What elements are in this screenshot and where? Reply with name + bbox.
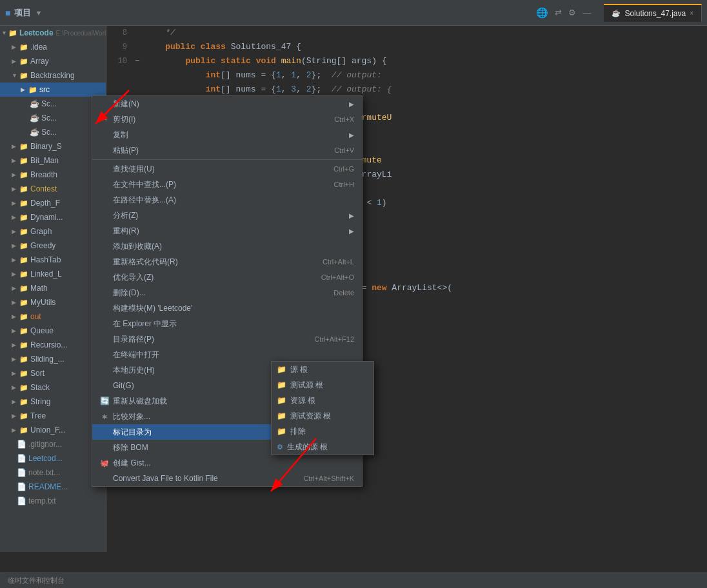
- expand-arrow: ▶: [12, 285, 18, 291]
- expand-arrow: ▶: [12, 157, 18, 164]
- expand-arrow: ▶: [12, 143, 18, 150]
- code-line: 9 public class Solutions_47 {: [106, 40, 707, 54]
- sidebar-item-out[interactable]: ▶ 📁 out: [0, 309, 106, 324]
- sidebar-item-binary-s[interactable]: ▶ 📁 Binary_S: [0, 139, 106, 153]
- sidebar-item-hashtab[interactable]: ▶ 📁 HashTab: [0, 253, 106, 267]
- expand-arrow: ▶: [12, 427, 18, 433]
- tab-close-btn[interactable]: ×: [690, 10, 693, 17]
- sidebar-item-sc3[interactable]: ☕ Sc...: [0, 125, 106, 139]
- sidebar-item-src[interactable]: ▶ 📁 src: [0, 83, 106, 97]
- menu-item-cut[interactable]: ✂ 剪切(I) Ctrl+X: [92, 112, 362, 127]
- sidebar-item-bit-man[interactable]: ▶ 📁 Bit_Man: [0, 153, 106, 168]
- folder-icon: 📁: [19, 299, 28, 307]
- sidebar-item-depth-f[interactable]: ▶ 📁 Depth_F: [0, 196, 106, 210]
- sidebar-item-gitignore[interactable]: 📄 .gitignor...: [0, 437, 106, 451]
- folder-test-resource-icon: 📁: [277, 411, 286, 420]
- sidebar-item-string[interactable]: ▶ 📁 String: [0, 395, 106, 409]
- menu-item-show-explorer[interactable]: 在 Explorer 中显示: [92, 316, 362, 331]
- expand-arrow: ▶: [12, 356, 18, 362]
- expand-arrow: ▶: [12, 342, 18, 348]
- sidebar-item-queue[interactable]: ▶ 📁 Queue: [0, 324, 106, 338]
- sidebar-item-readme[interactable]: 📄 README...: [0, 480, 106, 494]
- sidebar: ▼ 📁 Leetcode E:\ProcedualWorld\idea\Leet…: [0, 26, 106, 552]
- menu-item-optimize-imports[interactable]: 优化导入(Z) Ctrl+Alt+O: [92, 270, 362, 285]
- sidebar-item-linked-l[interactable]: ▶ 📁 Linked_L: [0, 267, 106, 281]
- sidebar-item-dynamic[interactable]: ▶ 📁 Dynami...: [0, 210, 106, 224]
- sidebar-item-union-f[interactable]: ▶ 📁 Union_F...: [0, 423, 106, 437]
- submenu-item-test-source-root[interactable]: 📁 测试源 根: [272, 377, 373, 393]
- menu-item-add-to-fav[interactable]: 添加到收藏(A): [92, 239, 362, 254]
- sidebar-item-array[interactable]: ▶ 📁 Array: [0, 54, 106, 68]
- minus-icon[interactable]: —: [583, 8, 591, 17]
- folder-icon: 📁: [19, 256, 28, 264]
- sidebar-item-myutils[interactable]: ▶ 📁 MyUtils: [0, 295, 106, 309]
- sidebar-item-leetcode[interactable]: ▼ 📁 Leetcode E:\ProcedualWorld\idea\Leet…: [0, 26, 106, 40]
- status-bar: 临时文件和控制台: [0, 573, 707, 588]
- menu-item-reformat[interactable]: 重新格式化代码(R) Ctrl+Alt+L: [92, 254, 362, 270]
- menu-item-create-gist[interactable]: 🐙 创建 Gist...: [92, 455, 362, 471]
- folder-icon: 📁: [19, 313, 28, 321]
- sidebar-item-breadth[interactable]: ▶ 📁 Breadth: [0, 168, 106, 182]
- submenu-item-test-resource-root[interactable]: 📁 测试资源 根: [272, 408, 373, 424]
- menu-item-delete[interactable]: 删除(D)... Delete: [92, 285, 362, 300]
- tab-label: Solutions_47.java: [624, 9, 686, 18]
- menu-item-find-usages[interactable]: 查找使用(U) Ctrl+G: [92, 161, 362, 177]
- toolbar-dropdown[interactable]: ▼: [35, 9, 42, 17]
- submenu-item-generated-source[interactable]: ⚙ 生成的源 根: [272, 439, 373, 455]
- menu-item-paste[interactable]: 粘贴(P) Ctrl+V: [92, 142, 362, 158]
- menu-item-new[interactable]: 新建(N) ▶: [92, 96, 362, 112]
- sidebar-item-greedy[interactable]: ▶ 📁 Greedy: [0, 239, 106, 253]
- folder-icon: 📁: [8, 29, 17, 37]
- sidebar-item-temp[interactable]: 📄 temp.txt: [0, 494, 106, 508]
- sidebar-item-idea[interactable]: ▶ 📁 .idea: [0, 40, 106, 54]
- sidebar-item-sliding[interactable]: ▶ 📁 Sliding_...: [0, 352, 106, 366]
- menu-item-find-in-file[interactable]: 在文件中查找...(P) Ctrl+H: [92, 177, 362, 192]
- submenu-item-resource-root[interactable]: 📁 资源 根: [272, 393, 373, 408]
- menu-item-analyze[interactable]: 分析(Z) ▶: [92, 208, 362, 223]
- menu-item-build-module[interactable]: 构建模块(M) 'Leetcode': [92, 300, 362, 316]
- submenu-item-source-root[interactable]: 📁 源 根: [272, 362, 373, 377]
- code-line: 8 */: [106, 26, 707, 40]
- sidebar-item-recursio[interactable]: ▶ 📁 Recursio...: [0, 338, 106, 352]
- sidebar-item-graph[interactable]: ▶ 📁 Graph: [0, 224, 106, 239]
- menu-item-dir-path[interactable]: 目录路径(P) Ctrl+Alt+F12: [92, 331, 362, 347]
- expand-arrow: ▶: [12, 257, 18, 263]
- folder-icon: 📁: [19, 185, 28, 193]
- folder-icon: 📁: [19, 384, 28, 392]
- expand-arrow: ▼: [12, 72, 18, 79]
- sidebar-item-sort[interactable]: ▶ 📁 Sort: [0, 366, 106, 380]
- folder-icon: 📁: [19, 72, 28, 80]
- sidebar-item-sc2[interactable]: ☕ Sc...: [0, 111, 106, 125]
- status-text: 临时文件和控制台: [8, 576, 65, 585]
- expand-arrow: ▶: [12, 398, 18, 405]
- sidebar-item-tree[interactable]: ▶ 📁 Tree: [0, 409, 106, 423]
- menu-item-refactor[interactable]: 重构(R) ▶: [92, 223, 362, 239]
- menu-item-convert-kotlin[interactable]: Convert Java File to Kotlin File Ctrl+Al…: [92, 471, 362, 486]
- toolbar-right: 🌐 ⇄ ⚙ — ☕ Solutions_47.java ×: [536, 4, 702, 22]
- sidebar-item-note[interactable]: 📄 note.txt...: [0, 466, 106, 480]
- sidebar-item-leetcod-iml[interactable]: 📄 Leetcod...: [0, 451, 106, 466]
- folder-icon: 📁: [19, 369, 28, 378]
- sidebar-item-contest[interactable]: ▶ 📁 Contest: [0, 182, 106, 196]
- java-file-icon: ☕: [612, 9, 621, 17]
- menu-item-copy[interactable]: 复制 ▶: [92, 127, 362, 142]
- globe-icon[interactable]: 🌐: [536, 7, 548, 19]
- menu-item-terminal[interactable]: 在终端中打开: [92, 347, 362, 362]
- menu-item-replace-in-path[interactable]: 在路径中替换...(A): [92, 192, 362, 208]
- sidebar-item-stack[interactable]: ▶ 📁 Stack: [0, 380, 106, 395]
- java-icon: ☕: [30, 128, 39, 137]
- sidebar-item-math[interactable]: ▶ 📁 Math: [0, 281, 106, 295]
- arrows-icon[interactable]: ⇄: [555, 8, 562, 17]
- sidebar-item-sc1[interactable]: ☕ Sc...: [0, 97, 106, 111]
- tab-solutions[interactable]: ☕ Solutions_47.java ×: [604, 4, 702, 22]
- folder-source-icon: 📁: [277, 365, 286, 374]
- folder-icon: 📁: [19, 242, 28, 250]
- file-icon: 📄: [17, 440, 26, 449]
- gear-icon[interactable]: ⚙: [568, 8, 576, 17]
- folder-icon: 📁: [19, 171, 28, 179]
- file-icon: 📄: [17, 482, 26, 491]
- submenu-item-excluded[interactable]: 📁 排除: [272, 424, 373, 439]
- sidebar-item-backtracking[interactable]: ▼ 📁 Backtracking: [0, 68, 106, 83]
- expand-arrow: ▶: [12, 413, 18, 419]
- folder-icon: 📁: [19, 199, 28, 208]
